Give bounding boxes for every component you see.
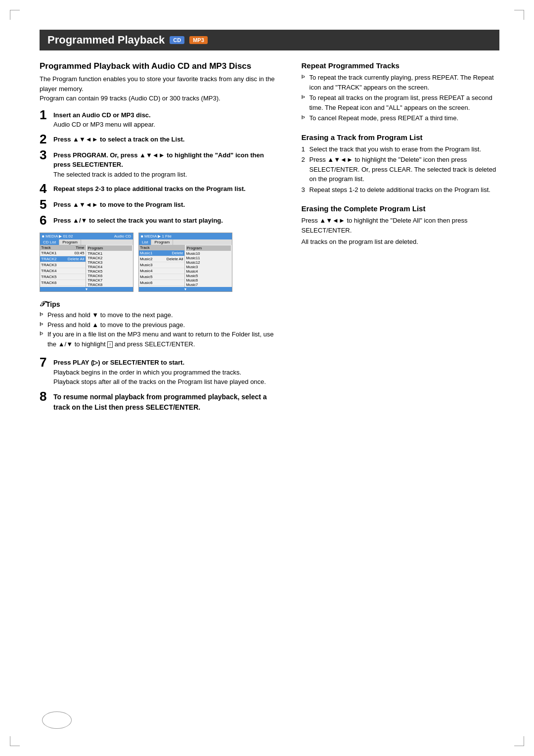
step-number-2: 2 (40, 133, 53, 145)
erase-all-title: Erasing the Complete Program List (302, 204, 500, 213)
right-column: Repeat Programmed Tracks To repeat the t… (302, 61, 500, 418)
section-subtitle: Programmed Playback with Audio CD and MP… (40, 61, 282, 71)
step-2-content: Press ▲▼◄► to select a track on the List… (53, 135, 282, 144)
corner-mark-tl (10, 10, 20, 20)
section-erase-track: Erasing a Track from Program List Select… (302, 133, 500, 195)
step-3: 3 Press PROGRAM. Or, press ▲▼◄► to highl… (40, 150, 282, 180)
repeat-item-2: To repeat all tracks on the program list… (302, 93, 500, 112)
step-4: 4 Repeat steps 2-3 to place additional t… (40, 184, 282, 195)
screen-cd: ■ MEDIA ▶ 01:02 Audio CD CD List Program… (40, 233, 134, 292)
tips-list: Press and hold ▼ to move to the next pag… (40, 310, 282, 349)
erase-track-title: Erasing a Track from Program List (302, 133, 500, 142)
step-5-content: Press ▲▼◄► to move to the Program list. (53, 200, 282, 210)
erase-track-item-3: Repeat steps 1-2 to delete additional tr… (302, 185, 500, 195)
step-6: 6 Press ▲/▼ to select the track you want… (40, 216, 282, 227)
corner-mark-bl (10, 736, 20, 746)
title-bar: Programmed Playback CD MP3 (40, 30, 499, 50)
step-8: 8 To resume normal playback from program… (40, 392, 282, 413)
page-title: Programmed Playback (47, 34, 165, 47)
bottom-oval (42, 711, 72, 729)
tips-box: 𝒯 Tips Press and hold ▼ to move to the n… (40, 300, 282, 349)
step-1-content: Insert an Audio CD or MP3 disc. Audio CD… (53, 110, 282, 130)
step-number-7: 7 (40, 356, 53, 369)
section-repeat: Repeat Programmed Tracks To repeat the t… (302, 61, 500, 123)
badge-mp3: MP3 (189, 36, 208, 44)
tip-item-3: If you are in a file list on the MP3 men… (40, 330, 282, 349)
screen-cd-header: ■ MEDIA ▶ 01:02 Audio CD (40, 233, 133, 239)
erase-track-item-2: Press ▲▼◄► to highlight the "Delete" ico… (302, 155, 500, 184)
step-number-5: 5 (40, 198, 53, 211)
step-5: 5 Press ▲▼◄► to move to the Program list… (40, 200, 282, 211)
repeat-item-3: To cancel Repeat mode, press REPEAT a th… (302, 113, 500, 123)
step-3-content: Press PROGRAM. Or, press ▲▼◄► to highlig… (53, 150, 282, 180)
content-area: Programmed Playback with Audio CD and MP… (40, 61, 499, 418)
erase-track-list: Select the track that you wish to erase … (302, 144, 500, 195)
step-7-content: Press PLAY (▷) or SELECT/ENTER to start.… (53, 358, 282, 387)
step-number-4: 4 (40, 182, 53, 195)
tip-item-2: Press and hold ▲ to move to the previous… (40, 320, 282, 330)
step-number-8: 8 (40, 390, 53, 403)
step-6-content: Press ▲/▼ to select the track you want t… (53, 216, 282, 226)
step-4-content: Repeat steps 2-3 to place additional tra… (53, 184, 282, 194)
screen-mp3: ■ MEDIA ▶ 1 File List Program Track Musi… (138, 233, 232, 292)
corner-mark-br (514, 736, 524, 746)
step-number-1: 1 (40, 108, 53, 121)
repeat-item-1: To repeat the track currently playing, p… (302, 73, 500, 92)
badge-cd: CD (170, 36, 184, 44)
step-7: 7 Press PLAY (▷) or SELECT/ENTER to star… (40, 358, 282, 387)
screen-mp3-header: ■ MEDIA ▶ 1 File (139, 233, 232, 239)
step-number-3: 3 (40, 148, 53, 161)
repeat-list: To repeat the track currently playing, p… (302, 73, 500, 123)
step-2: 2 Press ▲▼◄► to select a track on the Li… (40, 135, 282, 145)
screen-images: ■ MEDIA ▶ 01:02 Audio CD CD List Program… (40, 233, 282, 292)
erase-all-text: Press ▲▼◄► to highlight the "Delete All"… (302, 216, 500, 235)
erase-track-item-1: Select the track that you wish to erase … (302, 144, 500, 154)
corner-mark-tr (514, 10, 524, 20)
repeat-title: Repeat Programmed Tracks (302, 61, 500, 70)
left-column: Programmed Playback with Audio CD and MP… (40, 61, 282, 418)
intro-text-1: The Program function enables you to stor… (40, 74, 282, 103)
screen-mp3-tabs: List Program (139, 239, 232, 245)
tip-item-1: Press and hold ▼ to move to the next pag… (40, 310, 282, 320)
screen-cd-tabs: CD List Program (40, 239, 133, 245)
step-1: 1 Insert an Audio CD or MP3 disc. Audio … (40, 110, 282, 130)
page: Programmed Playback CD MP3 Programmed Pl… (0, 0, 534, 756)
erase-all-sub: All tracks on the program list are delet… (302, 237, 500, 247)
step-8-content: To resume normal playback from programme… (53, 392, 282, 413)
section-erase-all: Erasing the Complete Program List Press … (302, 204, 500, 247)
tips-title: 𝒯 Tips (40, 300, 282, 308)
step-number-6: 6 (40, 214, 53, 227)
